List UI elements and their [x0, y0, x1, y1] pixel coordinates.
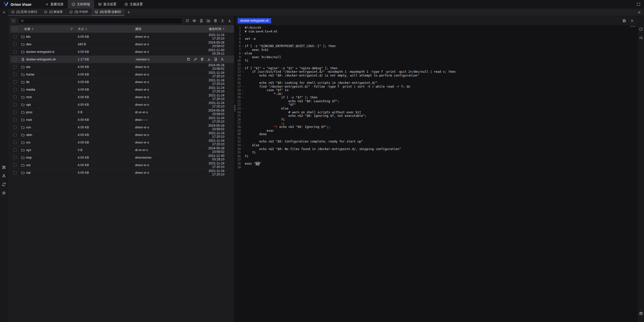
fold-toggle-icon[interactable] [241, 88, 245, 92]
fold-toggle-icon[interactable] [241, 129, 245, 133]
table-row[interactable]: root 4.00 KB drwx------ 2021-11-24 17:20… [10, 116, 234, 124]
filter-icon[interactable] [70, 27, 73, 31]
sort-carets[interactable] [223, 28, 224, 30]
table-row[interactable]: sbin 4.00 KB drwxr-xr-x 2021-11-24 17:20… [10, 131, 234, 139]
save-icon[interactable] [622, 19, 626, 23]
fold-toggle-icon[interactable] [241, 103, 245, 107]
fold-toggle-icon[interactable] [241, 81, 245, 85]
code-editor[interactable]: 1 #!/bin/sh 2 # vim:sw=4:ts=4:et 3 4 set… [236, 25, 637, 322]
fold-toggle-icon[interactable] [241, 99, 245, 103]
terminal-tab[interactable]: (3) 中间件 [66, 9, 92, 16]
fold-toggle-icon[interactable] [241, 52, 245, 55]
fold-toggle-icon[interactable] [241, 77, 245, 81]
table-row[interactable]: home 4.00 KB drwxr-xr-x 2021-11-24 17:20… [10, 71, 234, 78]
fold-toggle-icon[interactable] [241, 74, 245, 78]
fold-toggle-icon[interactable] [241, 144, 245, 147]
fold-toggle-icon[interactable] [241, 140, 245, 144]
fold-toggle-icon[interactable] [241, 136, 245, 140]
table-row[interactable]: docker-entrypoint.d 4.00 KB drwxr-xr-x 2… [10, 48, 234, 56]
menu-item-2[interactable]: 主机终端 [68, 0, 94, 9]
fold-toggle-icon[interactable] [241, 26, 245, 30]
sync-icon[interactable] [2, 182, 6, 187]
row-checkbox[interactable] [13, 103, 17, 106]
table-row[interactable]: usr 4.00 KB drwxr-xr-x 2021-11-24 17:20:… [10, 161, 234, 169]
fold-toggle-icon[interactable] [241, 41, 245, 44]
fold-toggle-icon[interactable] [241, 85, 245, 89]
download-icon[interactable] [207, 57, 211, 61]
fold-toggle-icon[interactable] [241, 111, 245, 114]
fold-toggle-icon[interactable] [241, 44, 245, 48]
fold-toggle-icon[interactable] [241, 92, 245, 96]
row-checkbox[interactable] [13, 148, 17, 152]
fullscreen-icon[interactable] [636, 2, 640, 6]
sort-carets[interactable] [86, 28, 87, 30]
eye-icon[interactable] [192, 19, 196, 23]
fold-toggle-icon[interactable] [241, 37, 245, 41]
folder-add-icon[interactable] [207, 19, 210, 23]
menu-item-1[interactable]: 新建连接 [41, 0, 68, 9]
refresh-icon[interactable] [185, 19, 189, 23]
row-checkbox[interactable] [13, 133, 17, 136]
terminal-tab[interactable]: (1) 应用-分析01 [8, 9, 41, 16]
table-row[interactable]: var 4.00 KB drwxr-xr-x 2021-11-24 17:20:… [10, 169, 234, 176]
table-row[interactable]: lib 4.00 KB drwxr-xr-x 2021-11-24 17:20:… [10, 78, 234, 86]
gear-icon[interactable] [2, 191, 6, 195]
file-add-icon[interactable] [199, 19, 203, 23]
menu-item-4[interactable]: 主题设置 [120, 0, 147, 9]
fold-toggle-icon[interactable] [241, 48, 245, 52]
braces-icon[interactable] [639, 27, 643, 31]
fold-toggle-icon[interactable] [241, 30, 245, 33]
editor-tab[interactable]: docker-entrypoint.sh [238, 18, 271, 23]
camera-icon[interactable] [638, 311, 644, 315]
row-checkbox[interactable] [13, 126, 17, 129]
table-row[interactable]: proc 0 B dr-xr-xr-x 2024-05-28 23:58:02 [10, 109, 234, 116]
table-row[interactable]: bin 4.00 KB drwxr-xr-x 2021-11-24 17:20:… [10, 33, 234, 41]
row-checkbox[interactable] [13, 171, 17, 174]
edit-icon[interactable] [193, 57, 197, 61]
row-checkbox[interactable] [13, 43, 17, 46]
row-checkbox[interactable] [13, 73, 17, 76]
fold-toggle-icon[interactable] [241, 121, 245, 125]
table-row[interactable]: tmp 4.00 KB drwxrwxrwx 2021-12-30 03:29:… [10, 154, 234, 161]
add-tab-button[interactable] [125, 9, 133, 16]
fold-toggle-icon[interactable] [241, 158, 245, 162]
row-checkbox[interactable] [13, 58, 17, 61]
table-row[interactable]: opt 4.00 KB drwxr-xr-x 2021-11-24 17:20:… [10, 101, 234, 109]
row-checkbox[interactable] [13, 50, 17, 53]
column-header-size[interactable]: 大小 [76, 27, 134, 31]
row-checkbox[interactable] [13, 65, 17, 68]
table-row[interactable]: mnt 4.00 KB drwxr-xr-x 2021-11-24 17:20:… [10, 93, 234, 101]
duplicate-icon[interactable] [214, 57, 218, 61]
column-header-name[interactable]: 名称 [20, 27, 76, 31]
panel-splitter[interactable] [234, 16, 236, 322]
row-checkbox[interactable] [13, 111, 17, 114]
fold-toggle-icon[interactable] [241, 96, 245, 99]
upload-icon[interactable] [221, 19, 224, 23]
fold-toggle-icon[interactable] [241, 125, 245, 129]
fold-toggle-icon[interactable] [241, 33, 245, 37]
copy-icon[interactable] [187, 57, 190, 61]
table-row[interactable]: dev 340 B drwxr-xr-x 2024-05-28 23:58:02 [10, 41, 234, 48]
table-row[interactable]: srv 4.00 KB drwxr-xr-x 2021-11-24 17:20:… [10, 139, 234, 146]
row-checkbox[interactable] [13, 35, 17, 38]
close-panel-icon[interactable] [634, 9, 644, 16]
fold-toggle-icon[interactable] [241, 166, 245, 169]
row-checkbox[interactable] [13, 118, 17, 121]
command-icon[interactable] [2, 165, 6, 169]
sort-carets[interactable] [32, 28, 33, 30]
new-tab-plus-icon[interactable] [0, 9, 8, 16]
close-icon[interactable] [630, 19, 634, 23]
fold-toggle-icon[interactable] [241, 107, 245, 111]
download-icon[interactable] [228, 19, 231, 23]
select-all-checkbox[interactable] [13, 27, 17, 31]
row-checkbox[interactable] [13, 88, 17, 91]
sort-icon[interactable] [639, 36, 643, 40]
fold-toggle-icon[interactable] [241, 155, 245, 158]
fold-toggle-icon[interactable] [241, 151, 245, 155]
fold-toggle-icon[interactable] [241, 132, 245, 136]
scrollbar-thumb[interactable] [630, 26, 636, 27]
permission-icon[interactable] [221, 57, 224, 61]
fold-toggle-icon[interactable] [241, 118, 245, 122]
row-checkbox[interactable] [13, 80, 17, 84]
trash-icon[interactable] [214, 19, 217, 23]
